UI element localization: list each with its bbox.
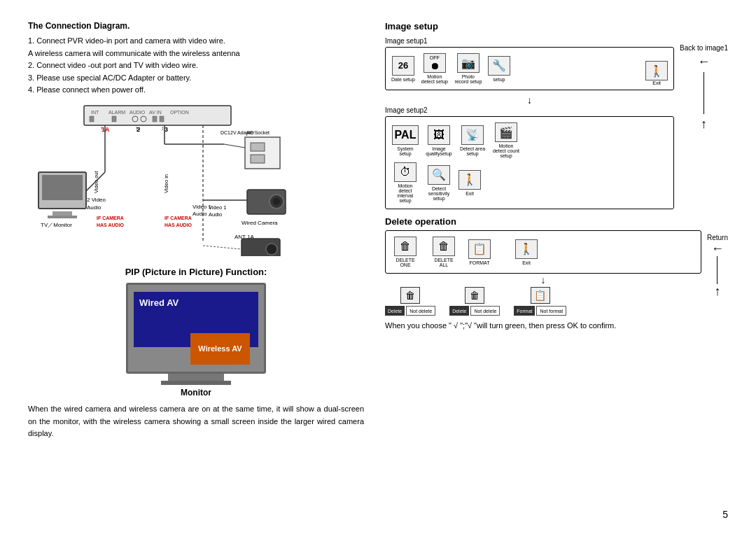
svg-line-43 xyxy=(224,144,245,148)
pip-wired-av-label: Wired AV xyxy=(139,297,178,308)
step-1: 1. Connect PVR video-in port and camera … xyxy=(28,35,364,48)
svg-text:2 Video: 2 Video xyxy=(87,197,106,203)
back-to-image1: Back to image1 xyxy=(680,44,728,52)
vertical-line-1 xyxy=(704,72,704,114)
setup2-box: PAL System setup 🖼 Image qualitysetup xyxy=(385,116,674,209)
wiring-diagram: INT ALARM AUDIO AV IN OPTION 1A 2 3 ↑ xyxy=(28,102,364,256)
date-setup-icon: 26 Date setup xyxy=(391,56,415,82)
setup2-exit-icon: 🚶 Exit xyxy=(458,170,481,196)
right-column: Image setup Image setup1 26 Date setup xyxy=(385,21,728,513)
delete-title: Delete operation xyxy=(385,216,728,227)
svg-text:ALARM: ALARM xyxy=(108,110,125,115)
setup2-icons-row1: PAL System setup 🖼 Image qualitysetup xyxy=(391,122,668,158)
pip-title: PIP (Picture in Picture) Function: xyxy=(28,267,364,277)
not-delete-btn-2: Not delete xyxy=(470,306,500,316)
setup1-icons: 26 Date setup OFF ⏺ xyxy=(391,53,668,84)
svg-point-53 xyxy=(266,244,277,255)
svg-text:3: 3 xyxy=(164,126,168,133)
pip-monitor: Wired AV Wireless AV xyxy=(126,283,266,374)
not-format-btn: Not format xyxy=(536,306,566,316)
delete-all-icon: 🗑 DELETE ALL xyxy=(430,237,458,267)
delete-sub-3: 📋 Format Not format xyxy=(514,287,566,316)
pip-wireless-av-label: Wireless AV xyxy=(198,344,241,353)
svg-text:Audio: Audio xyxy=(209,211,222,218)
svg-text:AUDIO: AUDIO xyxy=(130,110,146,115)
svg-rect-11 xyxy=(160,116,164,122)
step-2: 2. Connect video -out port and TV with v… xyxy=(28,59,364,72)
svg-rect-19 xyxy=(42,175,83,200)
svg-text:IF CAMERA: IF CAMERA xyxy=(97,216,124,220)
setup2-icons-row2: ⏱ Motion detect interval setup 🔍 Detect … xyxy=(391,162,668,203)
connection-diagram-title: The Connection Diagram. xyxy=(28,21,364,31)
delete-one-icon: 🗑 DELETE ONE xyxy=(391,237,419,267)
page: The Connection Diagram. 1. Connect PVR v… xyxy=(0,0,756,534)
setup1-box: 26 Date setup OFF ⏺ xyxy=(385,47,674,90)
left-column: The Connection Diagram. 1. Connect PVR v… xyxy=(28,21,364,513)
pip-monitor-wrapper: Wired AV Wireless AV Monitor xyxy=(28,283,364,398)
pip-monitor-base xyxy=(168,374,224,381)
step-4: 4. Please connect when power off. xyxy=(28,84,364,97)
svg-rect-7 xyxy=(112,116,116,122)
delete-btn-2: Delete xyxy=(449,306,469,316)
svg-text:HAS AUDIO: HAS AUDIO xyxy=(97,223,125,227)
delete-sub-1: 🗑 Delete Not delete xyxy=(385,287,435,316)
svg-text:Wired Camera: Wired Camera xyxy=(241,220,278,226)
svg-rect-21 xyxy=(48,216,77,218)
return-label: Return xyxy=(707,234,728,241)
detect-sensitivity-icon: 🔍 Detect sensitivity setup xyxy=(425,165,453,201)
delete-section: Delete operation 🗑 DELETE ONE xyxy=(385,216,728,316)
arrow-down-2: ↓ xyxy=(385,274,701,286)
svg-text:Audio: Audio xyxy=(192,211,207,217)
image-setup-title: Image setup xyxy=(385,21,728,31)
step-wireless: A wireless camera will communicate with … xyxy=(28,48,364,60)
motion-detect-icon: OFF ⏺ Motion detect setup xyxy=(421,53,449,84)
not-delete-btn-1: Not delete xyxy=(406,306,435,316)
pip-wireless-av-area: Wireless AV xyxy=(190,333,250,365)
svg-text:AV IN: AV IN xyxy=(149,110,162,115)
svg-line-55 xyxy=(203,246,241,249)
svg-rect-10 xyxy=(153,116,157,122)
pip-description: When the wired camera and wireless camer… xyxy=(28,403,364,440)
svg-text:Video  out: Video out xyxy=(93,170,99,192)
motion-interval-icon: ⏱ Motion detect interval setup xyxy=(391,162,419,203)
svg-text:Video  1: Video 1 xyxy=(209,204,226,211)
svg-text:HAS AUDIO: HAS AUDIO xyxy=(164,223,192,227)
svg-rect-40 xyxy=(251,155,265,163)
connection-steps: 1. Connect PVR video-in port and camera … xyxy=(28,35,364,97)
arrow-down-1: ↓ xyxy=(385,94,674,106)
svg-text:OPTION: OPTION xyxy=(170,110,189,115)
svg-text:TV／Monitor: TV／Monitor xyxy=(41,222,72,228)
delete-exit-icon: 🚶 Exit xyxy=(515,239,538,265)
svg-text:↑: ↑ xyxy=(100,125,103,132)
svg-text:INT: INT xyxy=(91,110,99,115)
confirm-text: When you choose " √ ";"√ "will turn gree… xyxy=(385,321,728,330)
svg-point-46 xyxy=(273,198,280,205)
svg-text:Audio: Audio xyxy=(87,204,102,211)
image-quality-icon: 🖼 Image qualitysetup xyxy=(425,125,453,156)
system-setup-icon: PAL System setup xyxy=(391,125,419,156)
svg-rect-39 xyxy=(251,143,265,151)
svg-text:DC12V Adapter: DC12V Adapter xyxy=(220,130,255,136)
flow-arrows-right: Back to image1 ← ↑ xyxy=(680,44,728,132)
return-section: Return ← ↑ xyxy=(707,234,728,299)
detect-area-icon: 📡 Detect area setup xyxy=(458,125,486,156)
delete-icons-row: 🗑 DELETE ONE 🗑 DELETE ALL xyxy=(391,237,695,267)
svg-rect-38 xyxy=(245,137,280,169)
svg-text:Video  in: Video in xyxy=(163,174,169,193)
delete-sub-buttons: 🗑 Delete Not delete 🗑 Delete Not del xyxy=(385,287,701,316)
delete-box: 🗑 DELETE ONE 🗑 DELETE ALL xyxy=(385,230,701,274)
setup1-label: Image setup1 xyxy=(385,37,674,45)
svg-rect-6 xyxy=(90,116,94,122)
motion-detect-count-icon: 🎬 Motion detect count setup xyxy=(492,122,520,158)
delete-sub-2: 🗑 Delete Not delete xyxy=(449,287,500,316)
svg-text:IF CAMERA: IF CAMERA xyxy=(164,216,192,220)
photo-record-icon: 📷 Photo record setup xyxy=(454,53,482,84)
setup-icon: 🔧 setup xyxy=(488,56,510,82)
vertical-line-2 xyxy=(717,256,718,284)
page-number: 5 xyxy=(722,509,728,520)
pip-section: PIP (Picture in Picture) Function: Wired… xyxy=(28,267,364,440)
format-btn: Format xyxy=(514,306,535,316)
setup2-label: Image setup2 xyxy=(385,106,674,114)
step-3: 3. Please use special AC/DC Adapter or b… xyxy=(28,72,364,85)
pip-monitor-label: Monitor xyxy=(181,388,211,398)
